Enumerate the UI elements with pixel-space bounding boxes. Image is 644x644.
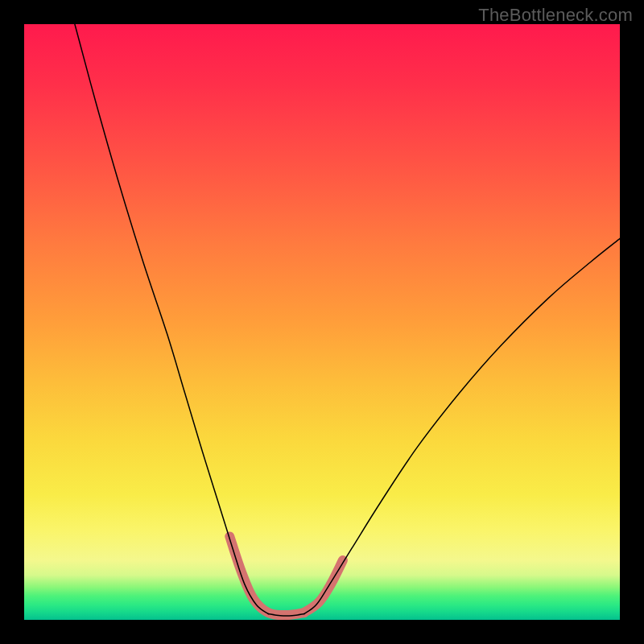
plot-area [24, 24, 620, 620]
chart-frame: TheBottleneck.com [0, 0, 644, 644]
bottleneck-curve-left [75, 24, 269, 614]
highlight-group [229, 536, 343, 615]
watermark-text: TheBottleneck.com [478, 5, 633, 26]
highlight-right [304, 560, 343, 613]
bottleneck-curve-right [304, 238, 620, 613]
curve-layer [24, 24, 620, 620]
curve-group [75, 24, 620, 616]
